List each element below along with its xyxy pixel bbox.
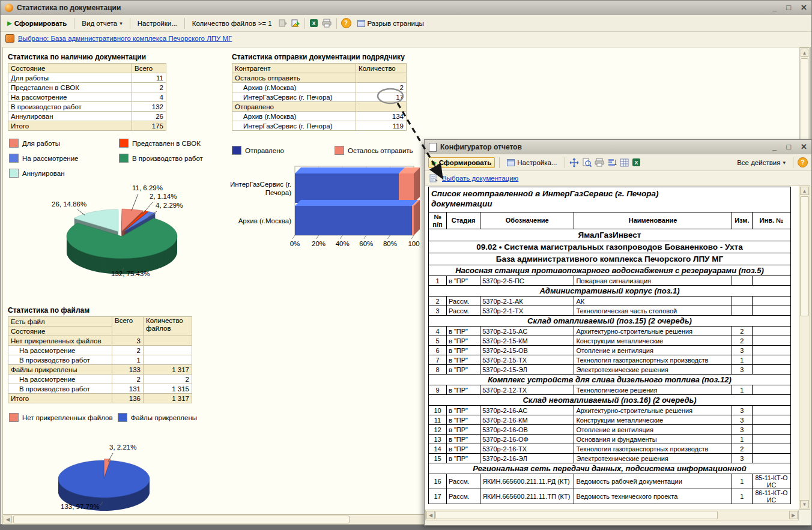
- value-cell[interactable]: 119: [356, 121, 407, 131]
- config-toolbar: ▶ Сформировать Настройка... X Все действ…: [425, 154, 811, 171]
- circled-value-cell[interactable]: 17: [356, 92, 407, 102]
- config-hscrollbar[interactable]: ◀ ▶: [425, 510, 799, 520]
- main-vscroll-thumb[interactable]: [801, 58, 808, 142]
- minimize-icon[interactable]: _: [772, 4, 777, 12]
- generate-button[interactable]: ▶ Сформировать: [428, 157, 495, 168]
- inv-cell: [752, 385, 790, 395]
- excel-export-icon[interactable]: X: [632, 158, 641, 167]
- close-icon[interactable]: ✕: [801, 4, 807, 12]
- page-break-toggle[interactable]: Разрыв страницы: [354, 19, 427, 28]
- scroll-left-icon[interactable]: ◀: [426, 511, 435, 519]
- generate-button[interactable]: ▶ Сформировать: [4, 19, 70, 28]
- print-icon[interactable]: [595, 158, 605, 167]
- total-cell[interactable]: 1: [112, 355, 144, 365]
- config-titlebar[interactable]: Конфигуратор отчетов _ □ ✕: [425, 140, 811, 154]
- selected-base-link[interactable]: Выбрано: База административного комплекс…: [18, 35, 232, 42]
- save-settings-icon[interactable]: [278, 19, 288, 28]
- report-data-row[interactable]: 12в "ПР"5370р-2-16-ОВОтопление и вентиля…: [429, 425, 791, 435]
- table-row[interactable]: На рассмотрение4: [8, 92, 166, 102]
- report-data-row[interactable]: 14в "ПР"5370р-2-16-ТХТехнология газотран…: [429, 444, 791, 454]
- help-icon[interactable]: ?: [798, 157, 808, 167]
- value-cell[interactable]: 11: [132, 73, 166, 83]
- table-row[interactable]: На рассмотрение2: [8, 346, 192, 355]
- scroll-down-icon[interactable]: ▼: [800, 500, 809, 508]
- close-icon[interactable]: ✕: [801, 143, 807, 151]
- report-data-row[interactable]: 13в "ПР"5370р-2-16-ОФОснования и фундаме…: [429, 435, 791, 444]
- table-row[interactable]: Архив (г.Москва)2: [232, 83, 407, 92]
- table-row[interactable]: Архив (г.Москва)134: [232, 112, 407, 121]
- report-data-row[interactable]: 17Рассм.ЯКИН.665600.211.11.ТП (КТ)Ведомо…: [429, 489, 791, 504]
- select-doc-link[interactable]: Выбрать документацию: [442, 175, 518, 182]
- table-row[interactable]: В производство работ1311 315: [8, 384, 192, 394]
- files-count-filter[interactable]: Количество файлов >= 1: [189, 19, 275, 28]
- files-cell[interactable]: [144, 355, 192, 365]
- table-row[interactable]: В производство работ132: [8, 102, 166, 112]
- table-row[interactable]: ИнтерГазСервис (г. Печора)17: [232, 92, 407, 102]
- report-data-row[interactable]: 8в "ПР"5370р-2-15-ЭЛЭлектротехнические р…: [429, 365, 791, 375]
- svg-text:60%: 60%: [359, 240, 373, 247]
- config-vscroll-thumb[interactable]: [800, 196, 809, 316]
- scroll-left-icon[interactable]: ◀: [4, 516, 12, 523]
- minimize-icon[interactable]: _: [772, 143, 777, 151]
- table-row[interactable]: ИнтерГазСервис (г. Печора)119: [232, 121, 407, 131]
- main-hscroll-thumb[interactable]: [13, 516, 350, 523]
- value-cell[interactable]: 2: [356, 83, 407, 92]
- files-cell[interactable]: 2: [144, 375, 192, 384]
- report-data-row[interactable]: 10в "ПР"5370р-2-16-АСАрхитектурно-строит…: [429, 406, 791, 415]
- excel-export-icon[interactable]: X: [309, 19, 319, 28]
- help-icon[interactable]: ?: [341, 18, 351, 28]
- config-vscrollbar[interactable]: ▲ ▼: [799, 185, 810, 510]
- table-row[interactable]: Аннулирован26: [8, 112, 166, 121]
- all-actions-dropdown[interactable]: Все действия▾: [734, 158, 789, 167]
- scroll-up-icon[interactable]: ▲: [800, 187, 809, 195]
- value-cell[interactable]: 134: [356, 112, 407, 121]
- load-settings-icon[interactable]: [291, 19, 300, 28]
- report-data-row[interactable]: 16Рассм.ЯКИН.665600.211.11.РД (КТ)Ведомо…: [429, 474, 791, 489]
- fit-move-icon[interactable]: [569, 158, 579, 167]
- report-data-row[interactable]: 15в "ПР"5370р-2-16-ЭЛЭлектротехнические …: [429, 454, 791, 463]
- config-hscroll-thumb[interactable]: [435, 511, 718, 519]
- table-row[interactable]: Представлен в СВОК2: [8, 83, 166, 92]
- table-row[interactable]: В производство работ1: [8, 355, 192, 365]
- value-cell[interactable]: 132: [132, 102, 166, 112]
- report-data-row[interactable]: 1в "ПР"5370р-2-5-ПСПожарная сигнализация: [429, 276, 791, 286]
- scroll-up-icon[interactable]: ▲: [801, 49, 808, 57]
- report-data-row[interactable]: 11в "ПР"5370р-2-16-КМКонструкции металли…: [429, 415, 791, 425]
- report-data-row[interactable]: 3Рассм.5370р-2-1-ТХТехнологическая часть…: [429, 306, 791, 316]
- status-legend: Для работыПредставлен в СВОКНа рассмотре…: [9, 139, 227, 178]
- files-cell[interactable]: 1 315: [144, 384, 192, 394]
- legend-label: Аннулирован: [22, 170, 65, 177]
- table-row[interactable]: На рассмотрение22: [8, 375, 192, 384]
- print-icon[interactable]: [322, 19, 332, 28]
- report-data-row[interactable]: 4в "ПР"5370р-2-15-АСАрхитектурно-строите…: [429, 327, 791, 336]
- total-value: 175: [132, 121, 166, 131]
- preview-icon[interactable]: [582, 158, 592, 167]
- maximize-icon[interactable]: □: [786, 4, 791, 12]
- report-data-row[interactable]: 7в "ПР"5370р-2-15-ТХТехнология газотранс…: [429, 355, 791, 365]
- total-cell[interactable]: 131: [112, 384, 144, 394]
- report-view-dropdown[interactable]: Вид отчета▾: [79, 19, 125, 28]
- table-row[interactable]: Для работы11: [8, 73, 166, 83]
- report-data-row[interactable]: 5в "ПР"5370р-2-15-КМКонструкции металлич…: [429, 336, 791, 346]
- report-data-row[interactable]: 9в "ПР"5370р-2-12-ТХТехнологические реше…: [429, 385, 791, 395]
- report-group-row: 09.02 • Система магистральных газопровод…: [429, 241, 791, 253]
- value-cell[interactable]: 2: [132, 83, 166, 92]
- code-cell: 5370р-2-1-АК: [480, 297, 574, 306]
- files-cell[interactable]: [144, 346, 192, 355]
- settings-button[interactable]: Настройки...: [135, 19, 180, 28]
- sort-levels-icon[interactable]: [608, 158, 617, 167]
- value-cell[interactable]: 26: [132, 112, 166, 121]
- total-cell[interactable]: 2: [112, 375, 144, 384]
- name-cell: Основания и фундаменты: [574, 435, 732, 444]
- table-icon[interactable]: [620, 158, 629, 167]
- report-app-icon: [5, 4, 13, 12]
- svg-text:2, 1.14%: 2, 1.14%: [150, 193, 177, 200]
- setup-button[interactable]: Настройка...: [504, 158, 560, 167]
- maximize-icon[interactable]: □: [786, 143, 791, 151]
- value-cell[interactable]: 4: [132, 92, 166, 102]
- main-titlebar[interactable]: Статистика по документации _ □ ✕: [1, 1, 811, 15]
- report-data-row[interactable]: 6в "ПР"5370р-2-15-ОВОтопление и вентиляц…: [429, 346, 791, 355]
- report-data-row[interactable]: 2Рассм.5370р-2-1-АКАК: [429, 297, 791, 306]
- scroll-right-icon[interactable]: ▶: [789, 511, 798, 519]
- total-cell[interactable]: 2: [112, 346, 144, 355]
